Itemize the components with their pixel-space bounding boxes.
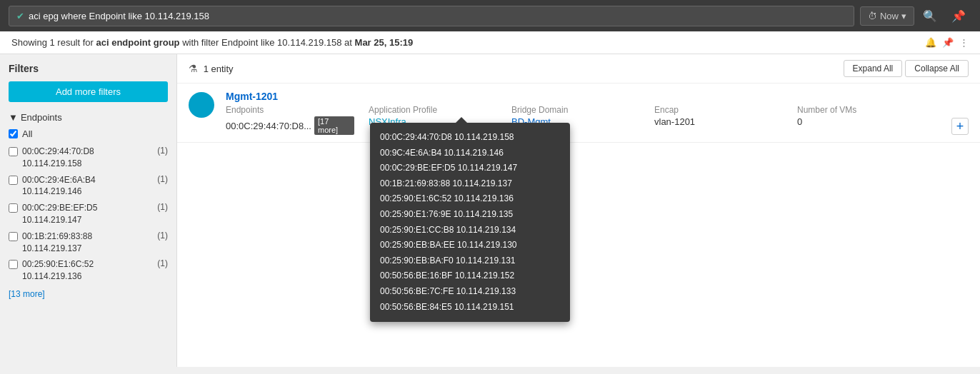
epg-columns: Endpoints 00:0C:29:44:70:D8... [17 more]… — [226, 105, 940, 135]
encap-header: Encap — [654, 105, 783, 115]
section-label: Endpoints — [21, 112, 62, 123]
tooltip-entry: 00:50:56:BE:7C:FE 10.114.219.133 — [380, 284, 560, 300]
filter-item-checkbox[interactable] — [9, 176, 18, 185]
filter-item-ip: 10.114.219.137 — [22, 243, 153, 255]
app-profile-header: Application Profile — [369, 105, 497, 115]
tooltip-arrow — [456, 117, 467, 123]
search-button[interactable]: 🔍 — [917, 6, 943, 26]
epg-content: Mgmt-1201 Endpoints 00:0C:29:44:70:D8...… — [226, 91, 940, 135]
filter-item-count: (1) — [157, 231, 168, 241]
tooltip-entry: 00:25:90:EB:BA:EE 10.114.219.130 — [380, 238, 560, 253]
filter-item-ip: 10.114.219.146 — [22, 186, 153, 198]
filter-item-text: 00:25:90:E1:6C:52 10.114.219.136 — [22, 258, 153, 283]
filter-item-checkbox[interactable] — [9, 147, 18, 156]
more-link[interactable]: [13 more] — [9, 289, 45, 299]
filter-item: 00:25:90:E1:6C:52 10.114.219.136 (1) — [9, 256, 168, 285]
epg-row: Mgmt-1201 Endpoints 00:0C:29:44:70:D8...… — [177, 84, 980, 143]
filter-item-mac: 00:0C:29:BE:EF:D5 — [22, 202, 153, 214]
filter-item: 00:0C:29:BE:EF:D5 10.114.219.147 (1) — [9, 200, 168, 228]
all-checkbox[interactable] — [9, 129, 18, 138]
tooltip-entry: 00:50:56:BE:84:E5 10.114.219.151 — [380, 300, 560, 315]
tooltip-entries: 00:0C:29:44:70:D8 10.114.219.15800:9C:4E… — [380, 130, 560, 315]
tooltip-entry: 00:9C:4E:6A:B4 10.114.219.146 — [380, 146, 560, 161]
info-bar-text: Showing 1 result for aci endpoint group … — [11, 37, 413, 48]
filter-item-mac: 00:25:90:E1:6C:52 — [22, 258, 153, 271]
more-options-icon[interactable]: ⋮ — [959, 37, 969, 48]
filter-item: 00:1B:21:69:83:88 10.114.219.137 (1) — [9, 228, 168, 257]
time-label: Now — [880, 11, 899, 21]
encap-value: vlan-1201 — [654, 116, 783, 127]
endpoint-tooltip: 00:0C:29:44:70:D8 10.114.219.15800:9C:4E… — [370, 123, 570, 322]
filter-item-text: 00:0C:29:4E:6A:B4 10.114.219.146 — [22, 174, 153, 198]
filter-item-mac: 00:0C:29:44:70:D8 — [22, 146, 153, 158]
epg-col-vms: Number of VMs 0 — [797, 105, 940, 135]
add-column-button[interactable]: + — [951, 118, 969, 135]
filter-value: Endpoint like 10.114.219.158 — [221, 37, 341, 48]
collapse-all-button[interactable]: Collapse All — [905, 60, 969, 77]
results-left: ⚗ 1 entity — [189, 63, 234, 74]
more-endpoints-badge[interactable]: [17 more] — [314, 116, 354, 135]
filter-all-row: All — [9, 127, 168, 143]
endpoints-filter-section[interactable]: ▼ Endpoints — [9, 112, 168, 123]
entity-type: aci endpoint group — [96, 37, 180, 48]
results-actions: Expand All Collapse All — [844, 60, 969, 77]
filter-item-ip: 10.114.219.158 — [22, 158, 153, 170]
clock-icon: ⏱ — [868, 11, 877, 21]
tooltip-entry: 00:25:90:E1:CC:B8 10.114.219.134 — [380, 223, 560, 238]
sidebar: Filters Add more filters ▼ Endpoints All… — [0, 54, 177, 367]
text-prefix: Showing 1 result for — [11, 37, 96, 48]
add-more-filters-button[interactable]: Add more filters — [9, 81, 168, 102]
query-bar[interactable]: ✔ aci epg where Endpoint like 10.114.219… — [9, 6, 854, 26]
at-label: at — [344, 37, 354, 48]
filter-items-container: 00:0C:29:44:70:D8 10.114.219.158 (1) 00:… — [9, 143, 168, 285]
filter-item-checkbox[interactable] — [9, 203, 18, 213]
all-label: All — [22, 128, 32, 139]
epg-col-encap: Encap vlan-1201 — [654, 105, 797, 135]
pin-icon[interactable]: 📌 — [942, 37, 954, 48]
filter-item: 00:0C:29:44:70:D8 10.114.219.158 (1) — [9, 143, 168, 172]
entity-count: 1 entity — [204, 64, 234, 74]
main-layout: Filters Add more filters ▼ Endpoints All… — [0, 54, 980, 367]
vms-value: 0 — [797, 116, 926, 127]
epg-name[interactable]: Mgmt-1201 — [226, 91, 940, 102]
tooltip-entry: 00:25:90:EB:BA:F0 10.114.219.131 — [380, 253, 560, 269]
filter-item: 00:0C:29:4E:6A:B4 10.114.219.146 (1) — [9, 172, 168, 201]
endpoint-text: 00:0C:29:44:70:D8... — [226, 121, 311, 131]
info-bar: Showing 1 result for aci endpoint group … — [0, 31, 980, 54]
filter-icon: ⚗ — [189, 63, 198, 74]
filter-item-count: (1) — [157, 258, 168, 268]
expand-all-button[interactable]: Expand All — [844, 60, 903, 77]
filter-item-mac: 00:0C:29:4E:6A:B4 — [22, 174, 153, 186]
filter-item-checkbox[interactable] — [9, 232, 18, 241]
pin-button[interactable]: 📌 — [946, 6, 971, 26]
filter-item-text: 00:0C:29:44:70:D8 10.114.219.158 — [22, 146, 153, 170]
epg-circle-icon — [189, 92, 214, 118]
bridge-domain-header: Bridge Domain — [511, 105, 640, 115]
timestamp: Mar 25, 15:19 — [355, 37, 414, 48]
bell-icon[interactable]: 🔔 — [925, 37, 936, 48]
filter-item-count: (1) — [157, 174, 168, 184]
tooltip-entry: 00:0C:29:44:70:D8 10.114.219.158 — [380, 130, 560, 146]
filter-item-count: (1) — [157, 202, 168, 212]
top-bar: ✔ aci epg where Endpoint like 10.114.219… — [0, 0, 980, 31]
filter-item-mac: 00:1B:21:69:83:88 — [22, 231, 153, 243]
top-bar-right: ⏱ Now ▾ 🔍 📌 — [860, 6, 971, 26]
time-selector[interactable]: ⏱ Now ▾ — [860, 6, 914, 26]
filters-title: Filters — [9, 63, 168, 74]
vms-header: Number of VMs — [797, 105, 926, 115]
filter-item-checkbox[interactable] — [9, 260, 18, 269]
filter-item-text: 00:0C:29:BE:EF:D5 10.114.219.147 — [22, 202, 153, 226]
tooltip-entry: 00:0C:29:BE:EF:D5 10.114.219.147 — [380, 161, 560, 176]
section-arrow-icon: ▼ — [9, 112, 18, 123]
filter-item-text: 00:1B:21:69:83:88 10.114.219.137 — [22, 231, 153, 255]
filter-item-ip: 10.114.219.136 — [22, 271, 153, 283]
tooltip-entry: 00:25:90:E1:76:9E 10.114.219.135 — [380, 207, 560, 223]
content-area: ⚗ 1 entity Expand All Collapse All Mgmt-… — [177, 54, 980, 367]
with-filter: with filter — [182, 37, 221, 48]
filter-item-ip: 10.114.219.147 — [22, 214, 153, 226]
endpoints-header: Endpoints — [226, 105, 354, 115]
tooltip-entry: 00:1B:21:69:83:88 10.114.219.137 — [380, 176, 560, 192]
filter-item-count: (1) — [157, 146, 168, 156]
results-header: ⚗ 1 entity Expand All Collapse All — [177, 54, 980, 84]
check-icon: ✔ — [16, 11, 24, 21]
